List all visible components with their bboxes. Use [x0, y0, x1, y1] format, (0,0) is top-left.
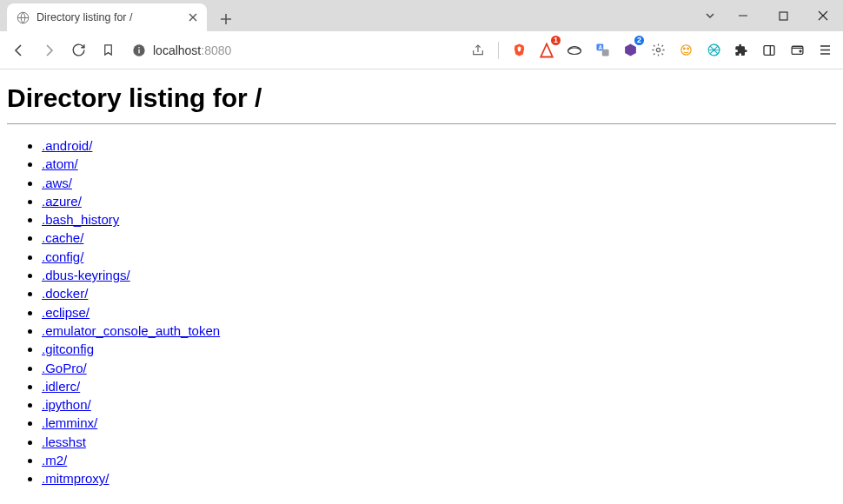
directory-link[interactable]: .m2/: [42, 453, 67, 468]
menu-button[interactable]: [813, 38, 836, 63]
tab-close-button[interactable]: [186, 10, 200, 24]
divider: [7, 123, 836, 124]
wallet-icon[interactable]: [786, 38, 808, 63]
address-text: localhost:8080: [153, 43, 231, 57]
directory-link[interactable]: .idlerc/: [42, 379, 80, 394]
settings-gear-icon[interactable]: [647, 38, 669, 63]
list-item: .gitconfig: [42, 340, 836, 358]
globe-icon: [16, 10, 30, 24]
directory-link[interactable]: .config/: [42, 249, 83, 264]
page-viewport[interactable]: Directory listing for / .android/.atom/.…: [0, 70, 843, 504]
forward-button[interactable]: [37, 38, 61, 63]
svg-rect-1: [780, 12, 787, 20]
list-item: .m2/: [42, 451, 836, 469]
tab-search-button[interactable]: [697, 0, 723, 31]
directory-link[interactable]: .GoPro/: [42, 361, 87, 375]
list-item: .config/: [42, 248, 836, 266]
list-item: .ipython/: [42, 395, 836, 414]
page-heading: Directory listing for /: [7, 83, 836, 113]
directory-link[interactable]: .mitmproxy/: [42, 471, 110, 486]
extension-4-icon[interactable]: [702, 38, 725, 63]
directory-link[interactable]: .dbus-keyrings/: [42, 268, 130, 282]
share-button[interactable]: [467, 38, 489, 63]
address-bar[interactable]: localhost:8080: [125, 37, 461, 63]
extension-1-icon[interactable]: [563, 38, 586, 63]
directory-link[interactable]: .aws/: [42, 176, 72, 190]
svg-point-10: [680, 45, 690, 55]
svg-point-12: [687, 48, 688, 50]
brave-icon[interactable]: [508, 38, 530, 63]
browser-tab[interactable]: Directory listing for /: [7, 3, 207, 31]
list-item: .emulator_console_auth_token: [42, 322, 836, 340]
new-tab-button[interactable]: [214, 7, 238, 31]
list-item: .GoPro/: [42, 359, 836, 377]
directory-link[interactable]: .ipython/: [42, 397, 91, 412]
list-item: .docker/: [42, 284, 836, 302]
directory-link[interactable]: .emulator_console_auth_token: [42, 323, 220, 338]
directory-link[interactable]: .bash_history: [42, 212, 119, 227]
list-item: .atom/: [42, 155, 836, 173]
svg-point-9: [656, 48, 660, 51]
svg-rect-4: [138, 47, 139, 48]
translate-icon[interactable]: A: [591, 38, 614, 63]
list-item: .android/: [42, 136, 836, 155]
directory-link[interactable]: .gitconfig: [42, 342, 94, 356]
list-item: .eclipse/: [42, 303, 836, 322]
directory-link[interactable]: .lesshst: [42, 434, 86, 449]
directory-list: .android/.atom/.aws/.azure/.bash_history…: [7, 136, 836, 488]
directory-link[interactable]: .docker/: [42, 286, 88, 301]
extensions-puzzle-icon[interactable]: [730, 38, 753, 63]
list-item: .dbus-keyrings/: [42, 266, 836, 284]
titlebar: Directory listing for /: [0, 0, 843, 31]
directory-link[interactable]: .atom/: [42, 156, 78, 171]
list-item: .bash_history: [42, 210, 836, 229]
minimize-button[interactable]: [723, 0, 763, 31]
address-port: :8080: [201, 43, 231, 57]
list-item: .mitmproxy/: [42, 469, 836, 487]
toolbar: localhost:8080 1 A 2: [0, 31, 843, 70]
back-button[interactable]: [7, 38, 31, 63]
extension-3-icon[interactable]: [674, 38, 697, 63]
svg-point-16: [800, 50, 801, 52]
directory-link[interactable]: .azure/: [42, 194, 82, 209]
svg-point-11: [683, 48, 685, 50]
svg-text:A: A: [598, 44, 602, 50]
page-content: Directory listing for / .android/.atom/.…: [0, 70, 843, 504]
bookmark-button[interactable]: [96, 38, 120, 63]
shield-badge: 1: [551, 36, 561, 45]
separator: [498, 42, 499, 59]
list-item: .lemminx/: [42, 414, 836, 432]
shield-icon[interactable]: 1: [535, 38, 558, 63]
close-window-button[interactable]: [803, 0, 843, 31]
list-item: .azure/: [42, 192, 836, 210]
directory-link[interactable]: .cache/: [42, 230, 83, 245]
list-item: .idlerc/: [42, 377, 836, 395]
site-info-icon[interactable]: [132, 43, 146, 57]
sidepanel-icon[interactable]: [758, 38, 780, 63]
ext-badge: 2: [634, 36, 644, 45]
svg-point-5: [568, 48, 581, 55]
list-item: .lesshst: [42, 433, 836, 451]
extension-2-icon[interactable]: 2: [619, 38, 641, 63]
reload-button[interactable]: [66, 38, 90, 63]
maximize-button[interactable]: [763, 0, 803, 31]
toolbar-right: 1 A 2: [467, 38, 836, 63]
list-item: .aws/: [42, 174, 836, 192]
directory-link[interactable]: .android/: [42, 138, 92, 153]
directory-link[interactable]: .eclipse/: [42, 305, 90, 320]
window-controls: [697, 0, 843, 31]
address-host: localhost: [153, 43, 201, 57]
svg-rect-14: [764, 45, 774, 55]
list-item: .cache/: [42, 229, 836, 247]
svg-rect-3: [138, 49, 139, 53]
directory-link[interactable]: .lemminx/: [42, 415, 97, 430]
tab-title: Directory listing for /: [37, 11, 179, 23]
svg-rect-7: [601, 50, 608, 56]
